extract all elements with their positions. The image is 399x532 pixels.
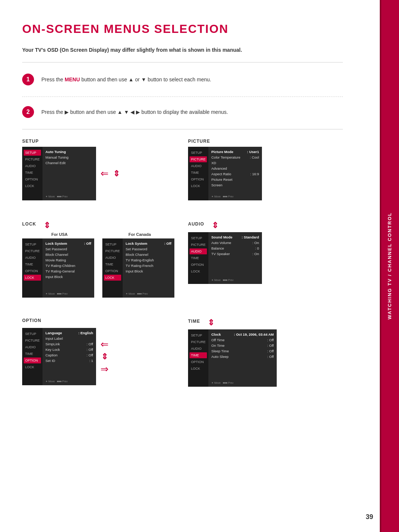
option-item-inputlabel: Input Label: [45, 336, 93, 341]
time-item-autosleep: Auto Sleep: Off: [211, 354, 274, 359]
setup-right-arrow: ⇐: [100, 168, 109, 179]
lock-canada-menu: SETUP PICTURE AUDIO TIME OPTION LOCK Loc…: [102, 238, 174, 298]
lock-usa-lock: LOCK: [24, 275, 41, 281]
option-menu-wrapper: SETUP PICTURE AUDIO TIME OPTION LOCK Lan…: [22, 328, 177, 385]
time-sidebar-picture: PICTURE: [190, 339, 207, 345]
setup-item-manualtuning: Manual Tuning: [45, 155, 93, 160]
picture-footer: ✦ Move ■■■ Prev: [208, 194, 262, 199]
picture-menu-wrapper: SETUP PICTURE AUDIO TIME OPTION LOCK Pic…: [188, 147, 343, 200]
lock-canada-label: For Canada: [102, 232, 177, 237]
setup-item-channeledit: Channel Edit: [45, 160, 93, 166]
option-item-setid: Set ID: 1: [45, 358, 93, 363]
setup-sidebar-lock: LOCK: [24, 183, 41, 189]
setup-sidebar-setup: SETUP: [24, 150, 41, 156]
option-item-keylock: Key Lock: Off: [45, 347, 93, 352]
steps-container: 1 Press the MENU button and then use ▲ o…: [22, 70, 343, 122]
time-tv-menu: SETUP PICTURE AUDIO TIME OPTION LOCK Clo…: [188, 329, 277, 387]
lock-usa-setup: SETUP: [24, 241, 41, 247]
time-content: Clock: Oct 19, 2006, 03:44 AM Off Time: …: [208, 329, 277, 387]
audio-tv-menu: SETUP PICTURE AUDIO TIME OPTION LOCK Sou…: [188, 232, 262, 284]
audio-sidebar-audio: AUDIO: [190, 248, 207, 254]
time-sidebar-setup: SETUP: [190, 332, 207, 338]
setup-sidebar-option: OPTION: [24, 176, 41, 182]
lock-label: LOCK: [22, 221, 36, 227]
picture-content: Picture Mode: User1 Color Temperature: C…: [208, 147, 262, 200]
time-sidebar-lock: LOCK: [190, 366, 207, 372]
option-sidebar-audio: AUDIO: [24, 344, 41, 350]
time-item-offtime: Off Time: Off: [211, 337, 274, 343]
audio-content: Sound Mode: Standard Auto Volume: On Bal…: [208, 232, 262, 284]
lock-canada-password: Set Password: [126, 246, 171, 252]
lock-usa-input: Input Block: [45, 274, 91, 279]
time-sidebar-option: OPTION: [190, 359, 207, 365]
step-1: 1 Press the MENU button and then use ▲ o…: [22, 70, 343, 89]
lock-canada-content: Lock System: Off Set Password Block Chan…: [123, 238, 174, 298]
step-2-circle: 2: [22, 106, 34, 118]
time-footer: ✦ Move ■■■ Prev: [208, 381, 277, 385]
option-right-arrow: ⇒: [100, 363, 109, 375]
setup-content: Auto Tuning Manual Tuning Channel Edit ✦…: [42, 147, 96, 200]
lock-usa-system: Lock System: Off: [45, 241, 91, 246]
option-sidebar-time: TIME: [24, 351, 41, 357]
setup-sidebar-time: TIME: [24, 170, 41, 176]
option-double-arrow: ⇕: [101, 352, 108, 362]
option-item-simplink: SimpLink: Off: [45, 341, 93, 347]
lock-usa-general: TV Rating-General: [45, 268, 91, 274]
time-section: TIME ⇕ SETUP PICTURE AUDIO TIME OPTION L…: [188, 318, 343, 387]
top-panels-row: SETUP SETUP PICTURE AUDIO TIME OPTION LO…: [22, 139, 343, 210]
step-2-text: Press the ▶ button and then use ▲ ▼ ◀ ▶ …: [41, 108, 228, 116]
picture-item-screen: Screen: [211, 182, 259, 188]
lock-usa-option: OPTION: [24, 268, 41, 274]
sidebar-text: WATCHING TV / CHANNEL CONTROL: [387, 212, 392, 319]
picture-sidebar-lock: LOCK: [190, 183, 207, 189]
option-item-caption: Caption: Off: [45, 352, 93, 358]
picture-sidebar-audio: AUDIO: [190, 163, 207, 169]
lock-usa-label: For USA: [22, 232, 97, 237]
audio-double-arrow: ⇕: [212, 221, 218, 230]
setup-footer: ✦ Move ■■■ Prev: [42, 194, 96, 199]
picture-item-mode: Picture Mode: User1: [211, 149, 259, 155]
option-sidebar-option: OPTION: [24, 358, 41, 363]
lock-canada-picture: PICTURE: [104, 248, 121, 254]
subtitle: Your TV's OSD (On Screen Display) may di…: [22, 47, 343, 53]
time-item-sleeptime: Sleep Time: Off: [211, 348, 274, 354]
audio-sidebar-lock: LOCK: [190, 268, 207, 274]
setup-double-arrow: ⇕: [113, 170, 120, 178]
lock-usa-footer: ✦ Move ■■■ Prev: [42, 292, 94, 296]
lock-usa-time: TIME: [24, 261, 41, 267]
option-item-language: Language: English: [45, 330, 93, 336]
lock-canada-footer: ✦ Move ■■■ Prev: [123, 292, 174, 296]
steps-bottom-divider: [22, 129, 343, 129]
picture-item-xd: XD: [211, 160, 259, 166]
audio-menu-wrapper: SETUP PICTURE AUDIO TIME OPTION LOCK Sou…: [188, 232, 343, 284]
lock-double-arrow: ⇕: [44, 221, 50, 230]
picture-sidebar-time: TIME: [190, 170, 207, 176]
option-sidebar: SETUP PICTURE AUDIO TIME OPTION LOCK: [22, 328, 42, 385]
lock-canada-time: TIME: [104, 261, 121, 267]
lock-canada-blockchannel: Block Channel: [126, 252, 171, 257]
right-sidebar: WATCHING TV / CHANNEL CONTROL: [380, 0, 399, 532]
audio-sidebar: SETUP PICTURE AUDIO TIME OPTION LOCK: [188, 232, 208, 284]
sidebar-line: [380, 0, 381, 532]
picture-item-reset: Picture Reset: [211, 177, 259, 182]
step-1-circle: 1: [22, 74, 34, 85]
lock-usa-menu: SETUP PICTURE AUDIO TIME OPTION LOCK Loc…: [22, 238, 94, 298]
audio-footer: ✦ Move ■■■ Prev: [208, 278, 262, 282]
lock-usa-movie: Movie Rating: [45, 257, 91, 263]
option-sidebar-picture: PICTURE: [24, 338, 41, 343]
picture-sidebar-setup: SETUP: [190, 150, 207, 156]
lock-usa-sidebar: SETUP PICTURE AUDIO TIME OPTION LOCK: [22, 238, 42, 298]
option-left-arrow: ⇐: [100, 339, 109, 350]
setup-menu-wrapper: SETUP PICTURE AUDIO TIME OPTION LOCK Aut…: [22, 147, 177, 200]
lock-inner: For USA SETUP PICTURE AUDIO TIME OPTION …: [22, 232, 177, 298]
lock-usa-content: Lock System: Off Set Password Block Chan…: [42, 238, 94, 298]
picture-tv-menu: SETUP PICTURE AUDIO TIME OPTION LOCK Pic…: [188, 147, 262, 200]
option-content: Language: English Input Label SimpLink: …: [42, 328, 96, 385]
lock-canada-sidebar: SETUP PICTURE AUDIO TIME OPTION LOCK: [102, 238, 123, 298]
setup-label: SETUP: [22, 139, 177, 144]
picture-item-advanced: Advanced: [211, 166, 259, 171]
lock-usa-password: Set Password: [45, 246, 91, 252]
lock-usa-blockchannel: Block Channel: [45, 252, 91, 257]
page-container: ON-SCREEN MENUS SELECTION Your TV's OSD …: [0, 0, 399, 532]
time-item-clock: Clock: Oct 19, 2006, 03:44 AM: [211, 332, 274, 337]
